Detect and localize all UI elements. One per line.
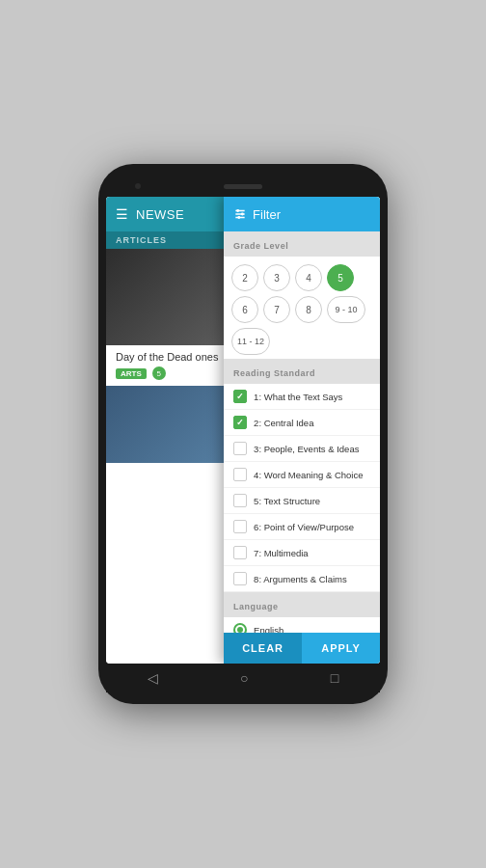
reading-standard-header: Reading Standard [224, 359, 380, 384]
grade-levels-container: 2 3 4 5 6 7 8 9 - 10 11 - 12 [224, 257, 380, 359]
english-radio[interactable] [233, 623, 247, 633]
back-button[interactable]: ◁ [148, 670, 158, 686]
svg-point-4 [241, 213, 244, 216]
standard-2-item[interactable]: ✓ 2: Central Idea [224, 410, 380, 436]
grade-level-label: Grade Level [233, 241, 288, 251]
phone-nav-bar: ◁ ○ □ [106, 664, 380, 692]
standard-3-label: 3: People, Events & Ideas [254, 444, 359, 454]
articles-tab-label: ARTICLES [116, 235, 167, 245]
grade-level-header: Grade Level [224, 231, 380, 257]
standard-3-checkbox[interactable] [233, 442, 247, 455]
filter-icon [233, 207, 247, 221]
english-label: English [254, 625, 284, 634]
grade-8-btn[interactable]: 8 [295, 296, 322, 323]
standard-4-item[interactable]: 4: Word Meaning & Choice [224, 462, 380, 488]
hamburger-icon[interactable]: ☰ [116, 206, 128, 222]
standard-7-item[interactable]: 7: Multimedia [224, 540, 380, 566]
reading-standard-label: Reading Standard [233, 368, 315, 378]
english-radio-item[interactable]: English [224, 617, 380, 633]
grade-5-btn[interactable]: 5 [327, 264, 354, 291]
phone-camera [135, 183, 141, 189]
grade-4-btn[interactable]: 4 [295, 264, 322, 291]
phone-speaker [224, 184, 262, 189]
checkmark-icon: ✓ [236, 392, 244, 401]
clear-button[interactable]: CLEAR [224, 633, 302, 664]
recents-button[interactable]: □ [331, 670, 338, 686]
home-button[interactable]: ○ [240, 670, 248, 686]
standard-4-checkbox[interactable] [233, 468, 247, 481]
standard-8-label: 8: Arguments & Claims [254, 574, 347, 584]
app-title: NEWSE [136, 207, 184, 222]
standard-7-checkbox[interactable] [233, 546, 247, 559]
apply-button[interactable]: APPLY [302, 633, 380, 664]
filter-footer: CLEAR APPLY [224, 633, 380, 664]
grade-2-btn[interactable]: 2 [231, 264, 258, 291]
standard-5-checkbox[interactable] [233, 494, 247, 507]
phone-frame: 4G ▲ ▮ 10:27 ☰ NEWSE ARTICLES 💀 Day of t… [98, 164, 388, 704]
standard-3-item[interactable]: 3: People, Events & Ideas [224, 436, 380, 462]
standard-5-item[interactable]: 5: Text Structure [224, 488, 380, 514]
filter-panel: Filter Grade Level 2 3 4 5 6 7 8 9 - 10 … [224, 197, 380, 664]
grade-3-btn[interactable]: 3 [263, 264, 290, 291]
standard-1-checkbox[interactable]: ✓ [233, 390, 247, 403]
standard-7-label: 7: Multimedia [254, 548, 309, 558]
reading-standards-list: ✓ 1: What the Text Says ✓ 2: Central Ide… [224, 384, 380, 633]
phone-screen: 4G ▲ ▮ 10:27 ☰ NEWSE ARTICLES 💀 Day of t… [106, 197, 380, 664]
svg-point-3 [236, 209, 239, 212]
standard-8-checkbox[interactable] [233, 572, 247, 585]
language-label: Language [233, 602, 279, 611]
standard-8-item[interactable]: 8: Arguments & Claims [224, 566, 380, 592]
grade-6-btn[interactable]: 6 [231, 296, 258, 323]
standard-5-label: 5: Text Structure [254, 496, 320, 506]
filter-title: Filter [253, 207, 281, 222]
checkmark-icon: ✓ [236, 418, 244, 427]
standard-2-checkbox[interactable]: ✓ [233, 416, 247, 429]
standard-1-item[interactable]: ✓ 1: What the Text Says [224, 384, 380, 410]
grade-11-12-btn[interactable]: 11 - 12 [231, 328, 270, 355]
standard-6-label: 6: Point of View/Purpose [254, 522, 354, 532]
language-header: Language [224, 592, 380, 617]
grade-7-btn[interactable]: 7 [263, 296, 290, 323]
grade-badge: 5 [152, 366, 166, 380]
grade-9-10-btn[interactable]: 9 - 10 [327, 296, 365, 323]
svg-point-5 [237, 216, 240, 219]
standard-1-label: 1: What the Text Says [254, 392, 342, 402]
filter-header: Filter [224, 197, 380, 231]
standard-6-checkbox[interactable] [233, 520, 247, 533]
standard-2-label: 2: Central Idea [254, 418, 313, 428]
arts-badge: ARTS [116, 368, 147, 379]
phone-top-bar [106, 176, 380, 197]
standard-4-label: 4: Word Meaning & Choice [254, 470, 363, 480]
standard-6-item[interactable]: 6: Point of View/Purpose [224, 514, 380, 540]
